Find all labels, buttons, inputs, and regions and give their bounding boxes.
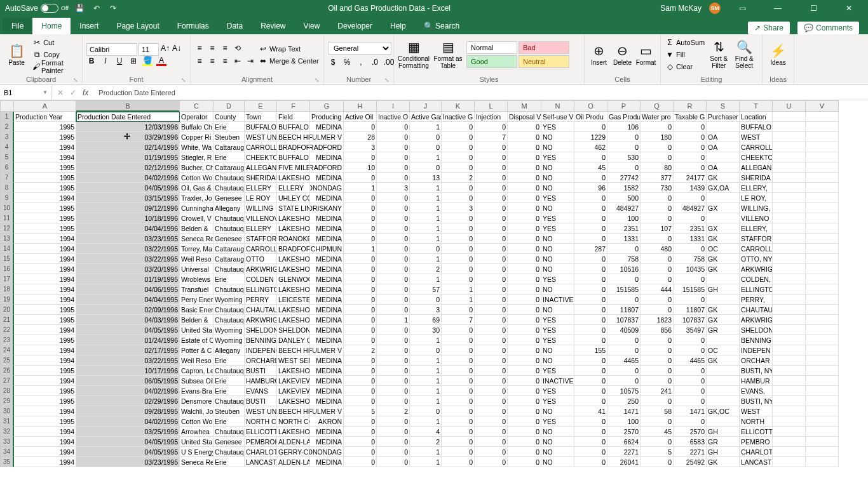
cell[interactable]: 1995: [14, 396, 76, 406]
cell[interactable]: 0: [641, 457, 674, 467]
row-header[interactable]: 22: [0, 325, 14, 335]
cell[interactable]: [773, 244, 806, 254]
indent-increase-icon[interactable]: ⇥: [245, 56, 255, 66]
cell[interactable]: 2570: [607, 427, 641, 437]
cell[interactable]: 0: [508, 142, 541, 152]
cell[interactable]: 0: [377, 295, 410, 305]
italic-button[interactable]: I: [100, 56, 111, 66]
cell[interactable]: COLDEN: [245, 274, 277, 284]
cell[interactable]: 530: [607, 152, 641, 163]
cell[interactable]: OA: [707, 132, 740, 142]
row-header[interactable]: 9: [0, 193, 14, 203]
cell[interactable]: WEST UNI: [245, 132, 277, 142]
cell[interactable]: 1582: [607, 183, 641, 193]
cell[interactable]: 0: [508, 152, 541, 163]
number-format-combo[interactable]: General: [328, 42, 391, 55]
cell[interactable]: [806, 193, 839, 203]
cell[interactable]: 0: [641, 264, 674, 274]
autosum-button[interactable]: ΣAutoSum: [665, 37, 705, 48]
cell[interactable]: LANCASTE: [245, 457, 277, 467]
cell[interactable]: 1995: [14, 305, 76, 315]
minimize-icon[interactable]: —: [764, 0, 792, 17]
cell[interactable]: MEDINA: [310, 396, 344, 406]
cell[interactable]: 04/02/1996: [76, 173, 180, 183]
cell[interactable]: 0: [508, 386, 541, 396]
cell[interactable]: [806, 213, 839, 223]
cell[interactable]: 107837: [674, 315, 707, 325]
cell[interactable]: 2: [410, 264, 442, 274]
cell[interactable]: 0: [508, 163, 541, 173]
cell[interactable]: United Sta: [180, 325, 214, 335]
cell[interactable]: Chautauqu: [214, 315, 245, 325]
cell[interactable]: Potter & C: [180, 345, 214, 355]
user-name[interactable]: Sam McKay: [660, 4, 702, 13]
borders-icon[interactable]: ⊞: [128, 56, 139, 66]
cell[interactable]: 0: [344, 254, 377, 264]
cell[interactable]: 1995: [14, 122, 76, 132]
cell[interactable]: 0: [508, 355, 541, 366]
cell[interactable]: 0: [574, 254, 607, 264]
cell[interactable]: [773, 183, 806, 193]
cell[interactable]: [773, 457, 806, 467]
cell[interactable]: Chautauqu: [214, 366, 245, 376]
cell[interactable]: 0: [674, 335, 707, 345]
cell[interactable]: 0: [641, 355, 674, 366]
cell[interactable]: Subsea Oil: [180, 376, 214, 386]
cell[interactable]: 0: [442, 152, 475, 163]
cell[interactable]: MEDINA: [310, 315, 344, 325]
cell[interactable]: 1: [410, 223, 442, 234]
cell[interactable]: Copper Ri: [180, 132, 214, 142]
cell[interactable]: 1995: [14, 203, 76, 213]
cell[interactable]: [806, 406, 839, 416]
cell[interactable]: [707, 386, 740, 396]
cell[interactable]: 0: [674, 345, 707, 355]
cell[interactable]: 0: [344, 173, 377, 183]
row-header[interactable]: 26: [0, 366, 14, 376]
cell[interactable]: 0: [508, 244, 541, 254]
cell[interactable]: 0: [475, 203, 508, 213]
cell[interactable]: 1994: [14, 376, 76, 386]
cell[interactable]: 03/20/1995: [76, 264, 180, 274]
cell[interactable]: 1: [410, 274, 442, 284]
cell[interactable]: Chautauqu: [214, 213, 245, 223]
cell[interactable]: 0: [377, 335, 410, 345]
column-header[interactable]: P: [607, 100, 641, 112]
cell[interactable]: 0: [377, 264, 410, 274]
cell[interactable]: 0: [641, 335, 674, 345]
cell[interactable]: 0: [508, 376, 541, 386]
cell[interactable]: Estate of O: [180, 335, 214, 345]
cell[interactable]: 0: [641, 142, 674, 152]
cell[interactable]: MEDINA: [310, 234, 344, 244]
cell[interactable]: 0: [377, 223, 410, 234]
cell[interactable]: 0: [674, 152, 707, 163]
cell[interactable]: Active Gas: [410, 112, 442, 122]
cell[interactable]: 0: [641, 416, 674, 427]
cell[interactable]: Chautauqu: [214, 284, 245, 295]
cell[interactable]: 0: [442, 406, 475, 416]
cell[interactable]: [773, 345, 806, 355]
cell[interactable]: 0: [344, 396, 377, 406]
cell[interactable]: NO: [541, 447, 574, 457]
cell[interactable]: YES: [541, 335, 574, 345]
cell[interactable]: 0: [344, 284, 377, 295]
row-header[interactable]: 20: [0, 305, 14, 315]
share-button[interactable]: ↗Share: [748, 22, 790, 34]
cell[interactable]: 0: [607, 345, 641, 355]
cell[interactable]: YES: [541, 274, 574, 284]
cell[interactable]: 0: [344, 122, 377, 132]
cell[interactable]: Inactive G: [442, 112, 475, 122]
cell[interactable]: 3: [410, 305, 442, 315]
cell[interactable]: [806, 437, 839, 447]
cell[interactable]: 96: [574, 183, 607, 193]
cell[interactable]: 69: [410, 315, 442, 325]
cell[interactable]: 0: [344, 274, 377, 284]
cell[interactable]: [707, 376, 740, 386]
cell[interactable]: Erie: [214, 274, 245, 284]
cell[interactable]: 02/09/1996: [76, 305, 180, 315]
cell[interactable]: 0: [475, 457, 508, 467]
cell[interactable]: 0: [344, 203, 377, 213]
cell[interactable]: [773, 437, 806, 447]
cell[interactable]: 0: [574, 315, 607, 325]
cell[interactable]: 80: [641, 163, 674, 173]
cell[interactable]: WEST UNI: [245, 406, 277, 416]
